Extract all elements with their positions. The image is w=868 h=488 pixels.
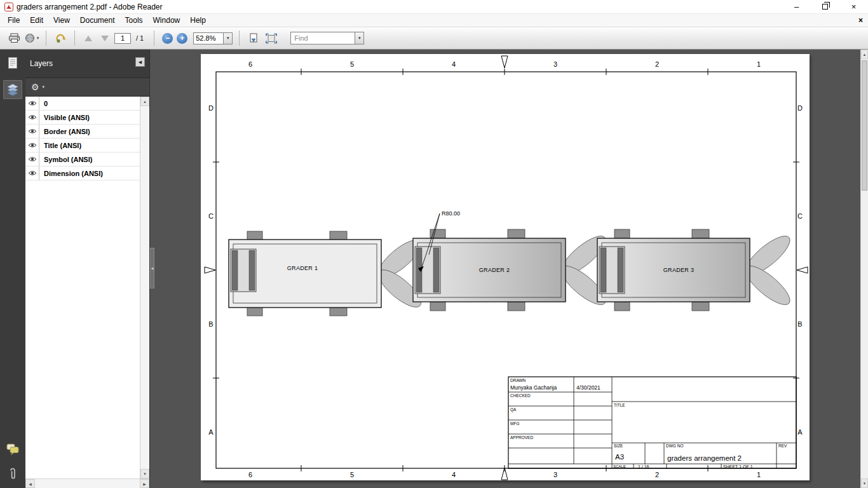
menu-file[interactable]: File	[3, 15, 25, 26]
svg-text:1: 1	[757, 60, 761, 68]
mfg-label: MFG	[510, 421, 519, 426]
page-thumbnails-button[interactable]	[3, 53, 22, 72]
svg-text:3: 3	[553, 60, 557, 68]
previous-page-button[interactable]	[81, 31, 95, 45]
layer-row[interactable]: Dimension (ANSI)	[25, 166, 140, 180]
grader-3: GRADER 3	[597, 229, 795, 311]
menu-document[interactable]: Document	[75, 15, 120, 26]
menu-window[interactable]: Window	[148, 15, 186, 26]
drawn-label: DRAWN	[510, 378, 526, 383]
toolbar-separator	[46, 30, 46, 46]
svg-text:5: 5	[350, 60, 354, 68]
title-block: DRAWN Munyaka Gachanja 4/30/2021 CHECKED…	[508, 377, 796, 469]
share-button[interactable]: ▾	[24, 30, 39, 46]
scroll-down-button[interactable]: ▼	[140, 469, 149, 478]
pdf-file-icon	[4, 3, 13, 11]
collapse-panel-button[interactable]: ◀	[135, 57, 145, 67]
collaborate-button[interactable]	[53, 30, 68, 46]
eye-icon	[28, 100, 37, 106]
zoom-out-button[interactable]: −	[162, 33, 173, 44]
menu-help[interactable]: Help	[185, 15, 211, 26]
scale-label: SCALE	[613, 464, 626, 468]
scrollbar-thumb[interactable]	[862, 60, 867, 191]
grader-label: GRADER 1	[287, 265, 318, 271]
layer-visibility-toggle[interactable]	[25, 152, 39, 166]
fit-width-button[interactable]	[264, 30, 279, 46]
document-scrollbar[interactable]: ▲ ▼	[860, 50, 868, 488]
svg-text:C: C	[797, 212, 803, 220]
navigation-bottom-icons	[3, 440, 22, 488]
zoom-level-control: 52.8% ▾	[193, 32, 233, 44]
document-area[interactable]: ◀	[150, 50, 860, 488]
layer-name: Visible (ANSI)	[39, 111, 140, 124]
svg-text:3: 3	[553, 471, 557, 478]
menu-view[interactable]: View	[48, 15, 75, 26]
toolbar-separator	[74, 30, 75, 46]
layers-panel-button[interactable]	[3, 80, 22, 99]
layers-scrollbar-vertical[interactable]: ▲ ▼	[140, 97, 149, 478]
window-controls: – ×	[782, 0, 868, 14]
svg-text:2: 2	[655, 60, 659, 68]
minimize-button[interactable]: –	[782, 0, 811, 14]
layer-visibility-toggle[interactable]	[25, 111, 39, 124]
comments-button[interactable]	[3, 440, 22, 459]
zoom-in-button[interactable]: +	[177, 33, 187, 44]
svg-text:2: 2	[655, 471, 659, 478]
drawn-date: 4/30/2021	[576, 384, 600, 391]
close-document-button[interactable]: ×	[858, 16, 863, 25]
layers-options-bar: ⚙ ▾	[25, 78, 149, 97]
eye-icon	[28, 128, 37, 134]
layer-row[interactable]: Title (ANSI)	[25, 139, 140, 152]
scrolling-mode-button[interactable]	[246, 30, 261, 46]
menu-edit[interactable]: Edit	[25, 15, 48, 26]
panel-splitter[interactable]: ◀	[150, 248, 154, 288]
scroll-right-button[interactable]: ▶	[140, 479, 149, 488]
print-button[interactable]	[6, 30, 22, 46]
layer-row[interactable]: 0	[25, 97, 140, 111]
scrolling-pages-icon	[248, 33, 259, 44]
scroll-left-button[interactable]: ◀	[25, 479, 35, 488]
svg-text:5: 5	[350, 471, 354, 478]
svg-text:A: A	[797, 428, 803, 436]
layer-visibility-toggle[interactable]	[25, 139, 39, 152]
next-page-button[interactable]	[98, 31, 112, 45]
layer-row[interactable]: Symbol (ANSI)	[25, 152, 140, 166]
attachments-button[interactable]	[3, 464, 22, 483]
scroll-down-button[interactable]: ▼	[861, 478, 868, 488]
find-input[interactable]	[290, 32, 355, 44]
scale-value: 1 / 16	[638, 464, 649, 469]
svg-text:1: 1	[757, 471, 761, 478]
layer-visibility-toggle[interactable]	[25, 125, 39, 138]
scroll-up-button[interactable]: ▲	[861, 50, 868, 59]
zoom-level-value[interactable]: 52.8%	[193, 32, 224, 44]
document-page[interactable]: 6 5 4 3 2 1 6 5 4 3 2 1 D C B	[201, 54, 810, 480]
find-dropdown-button[interactable]: ▾	[355, 32, 364, 44]
grader-1: GRADER 1	[229, 231, 426, 316]
layers-icon	[6, 83, 19, 96]
layer-name: Symbol (ANSI)	[39, 152, 140, 166]
comment-icon	[6, 444, 19, 456]
menu-tools[interactable]: Tools	[120, 15, 148, 26]
layer-row[interactable]: Border (ANSI)	[25, 125, 140, 139]
layers-list: 0 Visible (ANSI) Border (ANSI)	[25, 97, 140, 478]
window-title: graders arrangement 2.pdf - Adobe Reader	[17, 3, 782, 11]
restore-button[interactable]	[811, 0, 839, 14]
layers-scrollbar-horizontal[interactable]: ◀ ▶	[25, 478, 149, 488]
close-button[interactable]: ×	[839, 0, 868, 14]
rev-label: REV	[778, 444, 787, 448]
checked-label: CHECKED	[510, 393, 531, 398]
scroll-up-button[interactable]: ▲	[140, 97, 149, 106]
svg-text:B: B	[797, 320, 802, 328]
page-number-input[interactable]	[114, 33, 131, 44]
dwg-no-label: DWG NO	[666, 444, 683, 448]
svg-text:B: B	[208, 320, 213, 328]
paperclip-icon	[8, 466, 17, 480]
layer-name: Title (ANSI)	[39, 139, 140, 152]
zoom-dropdown-button[interactable]: ▾	[224, 32, 233, 44]
layer-visibility-toggle[interactable]	[25, 97, 39, 110]
menu-bar: File Edit View Document Tools Window Hel…	[0, 14, 868, 27]
layer-options-button[interactable]: ⚙ ▾	[31, 82, 44, 92]
dropdown-icon: ▾	[37, 36, 39, 41]
layer-visibility-toggle[interactable]	[25, 166, 39, 180]
layer-row[interactable]: Visible (ANSI)	[25, 111, 140, 125]
